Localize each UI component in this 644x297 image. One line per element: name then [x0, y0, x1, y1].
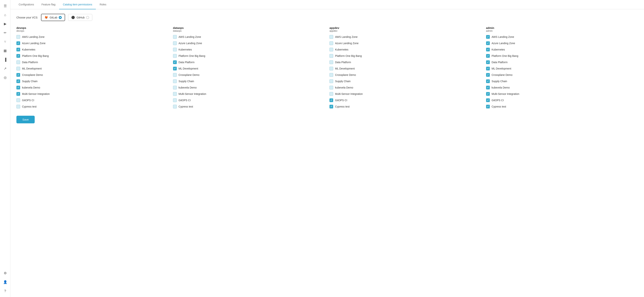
checkbox-appdev-11[interactable] — [330, 105, 333, 108]
branch-icon[interactable]: ⑂ — [2, 38, 9, 45]
permission-label-dataops-3: Platform One Big Bang — [178, 54, 205, 57]
checkbox-devops-9[interactable] — [16, 92, 20, 96]
permission-label-devops-9: Multi-Sensor Integration — [22, 92, 50, 95]
group-name-appdev: appdev — [330, 26, 482, 29]
checkbox-dataops-1[interactable] — [173, 41, 177, 45]
checkbox-dataops-3[interactable] — [173, 54, 177, 58]
checkbox-dataops-2[interactable] — [173, 48, 177, 51]
checkbox-dataops-11[interactable] — [173, 105, 177, 108]
checkbox-devops-6[interactable] — [16, 73, 20, 77]
user-icon[interactable]: 👤 — [2, 278, 9, 286]
permission-label-admin-8: kubevela Demo — [492, 86, 510, 89]
menu-icon[interactable]: ☰ — [2, 2, 9, 10]
checkbox-appdev-0[interactable] — [330, 35, 333, 39]
permission-label-admin-10: GitOPS CI — [492, 99, 504, 102]
permission-item: Crossplane Demo — [173, 72, 325, 78]
settings-icon[interactable]: ⚙ — [2, 270, 9, 277]
tab-feature-flag[interactable]: Feature flag — [38, 0, 59, 9]
vcs-chooser: Choose your VCS: 🦊GitLab⚫GitHub — [16, 14, 638, 21]
group-header-admin: adminadmin — [486, 26, 638, 32]
permission-label-admin-5: ML Development — [492, 67, 511, 70]
permission-label-appdev-9: Multi-Sensor Integration — [335, 92, 363, 95]
checkbox-dataops-7[interactable] — [173, 79, 177, 83]
checkbox-devops-7[interactable] — [16, 79, 20, 83]
permission-item: AWS Landing Zone — [16, 34, 168, 40]
checkbox-appdev-5[interactable] — [330, 67, 333, 70]
save-button[interactable]: Save — [16, 116, 35, 123]
checkbox-admin-8[interactable] — [486, 86, 490, 89]
permission-label-appdev-0: AWS Landing Zone — [335, 35, 358, 38]
permission-item: Supply Chain — [330, 78, 482, 84]
checkbox-admin-5[interactable] — [486, 67, 490, 70]
permission-label-admin-9: Multi-Sensor Integration — [492, 92, 520, 95]
permission-item: Kubernetes — [16, 46, 168, 53]
checkbox-admin-9[interactable] — [486, 92, 490, 96]
tab-catalog-item-permissions[interactable]: Catalog item permissions — [59, 0, 96, 9]
checkbox-dataops-8[interactable] — [173, 86, 177, 89]
permission-item: AWS Landing Zone — [173, 34, 325, 40]
checkbox-appdev-9[interactable] — [330, 92, 333, 96]
checkbox-dataops-9[interactable] — [173, 92, 177, 96]
permission-item: Multi-Sensor Integration — [16, 91, 168, 97]
checkbox-appdev-4[interactable] — [330, 60, 333, 64]
checkbox-devops-2[interactable] — [16, 48, 20, 51]
checkbox-admin-7[interactable] — [486, 79, 490, 83]
play-icon[interactable]: ▶ — [2, 20, 9, 27]
checkbox-devops-11[interactable] — [16, 105, 20, 108]
checkbox-dataops-5[interactable] — [173, 67, 177, 70]
checkbox-admin-10[interactable] — [486, 98, 490, 102]
checkbox-dataops-4[interactable] — [173, 60, 177, 64]
permission-label-admin-7: Supply Chain — [492, 80, 507, 83]
checkbox-admin-2[interactable] — [486, 48, 490, 51]
checkbox-appdev-8[interactable] — [330, 86, 333, 89]
permission-label-appdev-4: Data Platform — [335, 61, 351, 64]
checkbox-dataops-6[interactable] — [173, 73, 177, 77]
checkbox-appdev-3[interactable] — [330, 54, 333, 58]
checkbox-devops-8[interactable] — [16, 86, 20, 89]
checkbox-appdev-7[interactable] — [330, 79, 333, 83]
permission-label-admin-3: Platform One Big Bang — [492, 54, 518, 57]
vcs-option-github[interactable]: ⚫GitHub — [68, 14, 92, 21]
group-col-devops: devopsdevopsAWS Landing ZoneAzure Landin… — [16, 26, 168, 110]
checkbox-appdev-1[interactable] — [330, 41, 333, 45]
checkbox-admin-4[interactable] — [486, 60, 490, 64]
group-subname-dataops: dataops — [173, 29, 325, 32]
tab-configurations[interactable]: Configrations — [15, 0, 38, 9]
checkbox-appdev-10[interactable] — [330, 98, 333, 102]
checkbox-dataops-0[interactable] — [173, 35, 177, 39]
permission-label-dataops-4: Data Platform — [178, 61, 195, 64]
checkbox-admin-11[interactable] — [486, 105, 490, 108]
group-header-appdev: appdevappdev — [330, 26, 482, 32]
checkbox-admin-0[interactable] — [486, 35, 490, 39]
checkbox-devops-4[interactable] — [16, 60, 20, 64]
checkbox-devops-3[interactable] — [16, 54, 20, 58]
checkbox-appdev-6[interactable] — [330, 73, 333, 77]
tab-bar: ConfigrationsFeature flagCatalog item pe… — [10, 0, 644, 9]
tab-roles[interactable]: Roles — [96, 0, 110, 9]
edit-icon[interactable]: ✏ — [2, 29, 9, 36]
vcs-option-gitlab[interactable]: 🦊GitLab — [41, 14, 65, 21]
checkbox-admin-3[interactable] — [486, 54, 490, 58]
checkbox-devops-0[interactable] — [16, 35, 20, 39]
checkbox-dataops-10[interactable] — [173, 98, 177, 102]
permission-label-dataops-9: Multi-Sensor Integration — [178, 92, 206, 95]
checkbox-devops-1[interactable] — [16, 41, 20, 45]
permission-item: Kubernetes — [486, 46, 638, 53]
table-icon[interactable]: ▦ — [2, 47, 9, 54]
trend-icon[interactable]: ↗ — [2, 65, 9, 72]
checkbox-admin-6[interactable] — [486, 73, 490, 77]
permission-item: GitOPS CI — [486, 97, 638, 103]
permission-label-dataops-5: ML Development — [178, 67, 198, 70]
permission-label-appdev-1: Azure Landing Zone — [335, 42, 358, 45]
permission-item: Crossplane Demo — [330, 72, 482, 78]
question-icon[interactable]: ? — [2, 287, 9, 295]
checkbox-appdev-2[interactable] — [330, 48, 333, 51]
checkbox-devops-10[interactable] — [16, 98, 20, 102]
permission-label-dataops-7: Supply Chain — [178, 80, 194, 83]
chart-bar-icon[interactable]: ▐ — [2, 56, 9, 63]
checkbox-devops-5[interactable] — [16, 67, 20, 70]
settings-circle-icon[interactable]: ◎ — [2, 74, 9, 81]
checkbox-admin-1[interactable] — [486, 41, 490, 45]
group-header-dataops: dataopsdataops — [173, 26, 325, 32]
home-icon[interactable]: ⌂ — [2, 11, 9, 19]
